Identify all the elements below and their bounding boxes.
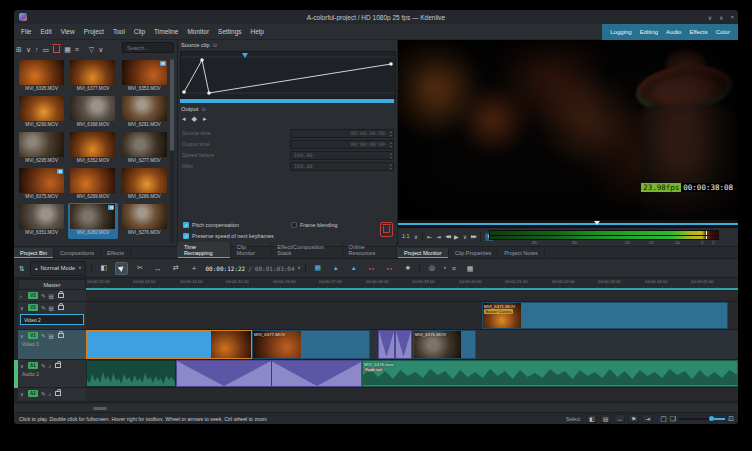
favorite-effects-icon[interactable]: ★ xyxy=(401,262,414,275)
bin-scrollbar[interactable] xyxy=(170,59,174,243)
track-header-v1[interactable]: ∨ V1 ✎ ▤ Video 3 xyxy=(18,330,86,360)
delete-clip-icon[interactable] xyxy=(53,46,60,53)
collapse-icon[interactable]: ∨ xyxy=(20,333,25,339)
generators-icon[interactable]: ▦ xyxy=(64,46,71,53)
timeline-clip[interactable]: MVI_6377.MOV xyxy=(252,330,370,359)
play-chevron-icon[interactable]: ∨ xyxy=(463,234,467,240)
audio-clip[interactable] xyxy=(86,360,176,387)
lock-icon[interactable] xyxy=(55,391,61,397)
menu-edit[interactable]: Edit xyxy=(40,28,51,35)
menu-file[interactable]: File xyxy=(21,28,31,35)
monitor-zoom-level[interactable]: 1:1 xyxy=(402,234,410,240)
timeline-clip-selected[interactable] xyxy=(86,330,252,359)
play-icon[interactable]: ▶ xyxy=(454,234,459,240)
frame-blending-checkbox[interactable]: Frame blending xyxy=(291,222,337,228)
fade-clip[interactable] xyxy=(378,330,395,359)
menu-timeline[interactable]: Timeline xyxy=(154,28,178,35)
tab-time-remapping[interactable]: Time Remapping xyxy=(178,242,231,258)
track-tag[interactable]: V1 xyxy=(28,332,38,339)
menu-tool[interactable]: Tool xyxy=(113,28,125,35)
zone-end-icon[interactable]: ⇥ xyxy=(436,234,441,240)
next-keyframe-icon[interactable]: ▸ xyxy=(203,115,207,122)
delete-keyframe-button[interactable] xyxy=(380,222,393,237)
effects-icon[interactable]: ✎ xyxy=(41,305,46,311)
workspace-effects[interactable]: Effects xyxy=(689,29,707,35)
source-time-input[interactable]: 00:00:00:00▴▾ xyxy=(290,129,394,138)
timeline-hscrollbar[interactable] xyxy=(14,404,738,412)
collapse-icon[interactable]: › xyxy=(20,293,25,299)
add-clip-chevron-icon[interactable]: ∨ xyxy=(26,46,31,53)
overwrite-zone-icon[interactable]: ▴ xyxy=(347,262,360,275)
playhead-marker[interactable] xyxy=(594,221,600,225)
bin-clip[interactable]: MVI_6290.MOV xyxy=(17,95,66,131)
effects-icon[interactable]: ✎ xyxy=(41,333,46,339)
bin-clip[interactable]: MVI_6377.MOV xyxy=(68,59,117,95)
lock-icon[interactable] xyxy=(55,363,61,369)
slider-handle[interactable] xyxy=(709,416,714,421)
tag-toggle-icon[interactable]: ◧ xyxy=(586,414,597,423)
bin-clip[interactable]: MVI_6368.MOV xyxy=(68,95,117,131)
bin-clip[interactable]: MVI_6269.MOV xyxy=(68,167,117,203)
add-keyframe-icon[interactable]: ◆ xyxy=(192,115,197,122)
scrollbar-handle[interactable] xyxy=(170,59,174,151)
lift-zone-icon[interactable]: ●● xyxy=(383,262,396,275)
output-time-input[interactable]: 00:00:00:00▴▾ xyxy=(290,140,394,149)
tab-project-monitor[interactable]: Project Monitor xyxy=(398,248,449,258)
tab-clip-monitor[interactable]: Clip Monitor xyxy=(231,242,272,258)
minimize-icon[interactable]: ∨ xyxy=(708,14,712,21)
filter-chevron-icon[interactable]: ∨ xyxy=(98,46,103,53)
hide-track-icon[interactable]: ▤ xyxy=(49,293,54,299)
mute-icon[interactable]: ♪ xyxy=(49,363,52,369)
video-thumbnails-toggle-icon[interactable]: ▤ xyxy=(600,414,611,423)
search-input[interactable]: Search... xyxy=(122,42,174,53)
collapse-icon[interactable]: ∨ xyxy=(20,363,25,369)
parent-folder-icon[interactable]: ↑ xyxy=(35,46,39,53)
timeline-zoom-slider[interactable] xyxy=(679,414,725,423)
snap-toggle-icon[interactable]: ⇥ xyxy=(642,414,653,423)
slip-tool-icon[interactable]: ⇄ xyxy=(169,262,182,275)
hide-track-icon[interactable]: ▤ xyxy=(49,333,54,339)
spinner-icons[interactable]: ▴▾ xyxy=(390,130,392,139)
audio-clip[interactable]: MVI_6376.mov Fade out xyxy=(362,360,738,387)
hide-track-icon[interactable]: ▤ xyxy=(49,305,54,311)
extract-zone-icon[interactable]: ●● xyxy=(365,262,378,275)
track-height-icon[interactable]: ⇅ xyxy=(19,265,25,272)
bin-clip[interactable]: MVI_6277.MOV xyxy=(120,131,169,167)
razor-tool-icon[interactable]: ✂ xyxy=(133,262,146,275)
bin-clip[interactable]: HMVI_6353.MOV xyxy=(120,59,169,95)
create-folder-icon[interactable]: ▭ xyxy=(43,46,50,53)
bin-clip[interactable]: MVI_6395.MOV xyxy=(17,59,66,95)
bin-clip[interactable]: MVI_6295.MOV xyxy=(17,131,66,167)
track-v1-content[interactable]: MVI_6377.MOV MVI_6376.MOV xyxy=(86,330,738,360)
maximize-icon[interactable]: ∧ xyxy=(719,14,723,21)
tab-effects[interactable]: Effects xyxy=(101,248,131,258)
tab-project-bin[interactable]: Project Bin xyxy=(14,248,54,258)
menu-clip[interactable]: Clip xyxy=(134,28,145,35)
timeline-menu-icon[interactable]: ≡ xyxy=(452,265,456,272)
track-tag[interactable]: A1 xyxy=(28,362,38,369)
lock-icon[interactable] xyxy=(58,293,64,299)
pitch-compensation-checkbox[interactable]: ✓ Pitch compensation xyxy=(183,222,239,228)
tab-project-notes[interactable]: Project Notes xyxy=(498,248,545,258)
workspace-editing[interactable]: Editing xyxy=(640,29,658,35)
fade-clip[interactable] xyxy=(395,330,412,359)
speed-before-input[interactable]: 100.00▴▾ xyxy=(290,151,394,160)
menu-monitor[interactable]: Monitor xyxy=(187,28,209,35)
track-name-input[interactable]: Video 2 xyxy=(20,314,84,325)
keyframe-graph[interactable] xyxy=(180,51,396,99)
zoom-project-icon[interactable]: ❏ xyxy=(670,415,676,422)
edit-mode-dropdown[interactable]: ▴ Normal Mode ∨ xyxy=(30,261,87,276)
tab-compositions[interactable]: Compositions xyxy=(54,248,101,258)
collapse-icon[interactable]: ∨ xyxy=(20,305,25,311)
effects-icon[interactable]: ✎ xyxy=(41,391,46,397)
menu-project[interactable]: Project xyxy=(84,28,104,35)
track-v3-content[interactable] xyxy=(86,290,738,302)
timeline-clip-v2[interactable]: MVI_6371.MOV Bezier Curves xyxy=(482,302,728,329)
menu-settings[interactable]: Settings xyxy=(218,28,242,35)
spinner-icons[interactable]: ▴▾ xyxy=(390,152,392,161)
spinner-icons[interactable]: ▴▾ xyxy=(390,163,392,172)
close-icon[interactable]: × xyxy=(730,14,734,20)
remap-zoom-bar[interactable] xyxy=(180,99,394,103)
workspace-logging[interactable]: Logging xyxy=(610,29,631,35)
track-header-v2[interactable]: ∨ V2 ✎ ▤ Video 2 xyxy=(18,302,86,330)
